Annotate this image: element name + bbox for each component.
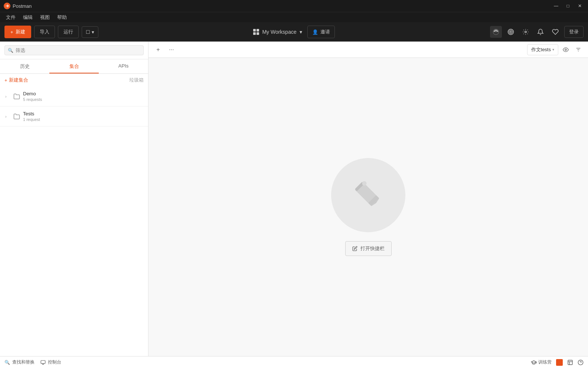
main-content: 🔍 历史 集合 APIs + 新建集合 垃圾箱 › [0, 42, 588, 356]
console-icon [40, 360, 46, 365]
graduation-icon [531, 359, 537, 365]
new-button-plus: + [10, 29, 13, 35]
add-tab-button[interactable]: + [153, 45, 163, 55]
invite-user-icon: 👤 [312, 29, 318, 35]
new-button[interactable]: + 新建 [4, 26, 31, 38]
collection-item-demo[interactable]: › Demo 5 requests [0, 86, 148, 106]
status-bar-right: 训练营 [531, 359, 584, 366]
svg-point-4 [565, 49, 566, 50]
sidebar-actions: + 新建集合 垃圾箱 [0, 74, 148, 86]
train-label: 训练营 [538, 359, 552, 365]
minimize-button[interactable]: — [552, 1, 561, 10]
search-input-wrap[interactable]: 🔍 [4, 45, 144, 55]
toolbar-center: My Workspace ▾ 👤 邀请 [101, 26, 487, 38]
open-shortcuts-label: 打开快捷栏 [360, 245, 385, 252]
eye-button[interactable] [561, 45, 571, 55]
center-empty-state: 打开快捷栏 [148, 58, 588, 356]
sidebar-tabs: 历史 集合 APIs [0, 59, 148, 74]
environment-selector[interactable]: 作文tests ▾ [527, 44, 558, 55]
menu-edit[interactable]: 编辑 [20, 13, 36, 22]
invite-button[interactable]: 👤 邀请 [307, 26, 335, 38]
layout-icon [567, 359, 573, 365]
tab-history[interactable]: 历史 [0, 59, 49, 73]
more-tabs-button[interactable]: ··· [166, 45, 177, 55]
open-shortcuts-button[interactable]: 打开快捷栏 [345, 241, 392, 256]
tab-bar: + ··· 作文tests ▾ [148, 42, 588, 58]
tests-info: Tests 1 request [23, 111, 143, 122]
main-panel: + ··· 作文tests ▾ [148, 42, 588, 356]
toolbar: + 新建 导入 运行 ☐ ▾ My Workspace ▾ 👤 邀请 [0, 22, 588, 42]
svg-rect-16 [568, 360, 572, 365]
workspace-chevron-icon: ▾ [300, 29, 302, 35]
train-item[interactable]: 训练营 [531, 359, 552, 365]
tests-folder-icon [13, 113, 20, 120]
heart-icon-btn[interactable] [549, 26, 561, 38]
import-button[interactable]: 导入 [34, 26, 55, 38]
demo-chevron-icon[interactable]: › [5, 94, 10, 99]
collection-list: › Demo 5 requests › Tests 1 request [0, 86, 148, 356]
login-status-item[interactable] [556, 359, 563, 366]
demo-name: Demo [23, 91, 143, 96]
workspace-grid-icon [253, 29, 259, 35]
shortcuts-edit-icon [352, 246, 357, 251]
svg-point-2 [510, 32, 512, 33]
tab-bar-right: 作文tests ▾ [527, 44, 584, 55]
settings-icon-btn[interactable] [520, 26, 532, 38]
satellite-icon-btn[interactable] [490, 26, 502, 38]
pen-pencil-icon [350, 177, 387, 214]
help-icon [578, 359, 584, 365]
collection-item-tests[interactable]: › Tests 1 request [0, 106, 148, 126]
tab-collections[interactable]: 集合 [49, 59, 99, 73]
menu-help[interactable]: 帮助 [54, 13, 70, 22]
find-replace-label: 查找和替换 [12, 359, 35, 365]
layout-icon-btn[interactable] [567, 359, 573, 365]
tests-count: 1 request [23, 117, 143, 122]
find-replace-btn[interactable]: 🔍 查找和替换 [4, 359, 35, 365]
demo-info: Demo 5 requests [23, 91, 143, 102]
title-bar: Postman — □ ✕ [0, 0, 588, 12]
demo-folder-icon [13, 93, 20, 100]
menu-view[interactable]: 视图 [37, 13, 53, 22]
trash-button[interactable]: 垃圾箱 [129, 77, 144, 83]
demo-count: 5 requests [23, 97, 143, 102]
workspace-selector[interactable]: My Workspace ▾ [253, 26, 302, 38]
workspace-name: My Workspace [262, 29, 296, 35]
new-tab-button[interactable]: ☐ ▾ [82, 26, 98, 38]
help-icon-btn[interactable] [578, 359, 584, 365]
app-name-label: Postman [13, 3, 32, 9]
close-button[interactable]: ✕ [575, 1, 584, 10]
search-icon: 🔍 [8, 48, 13, 53]
login-button[interactable]: 登录 [564, 26, 584, 38]
invite-label: 邀请 [320, 29, 330, 35]
filter-input[interactable] [16, 47, 140, 53]
empty-state: 打开快捷栏 [331, 158, 405, 256]
console-btn[interactable]: 控制台 [40, 359, 61, 365]
new-tab-chevron: ▾ [92, 29, 94, 35]
postman-orange-icon [556, 359, 563, 366]
env-selector-label: 作文tests [531, 46, 551, 53]
window-controls: — □ ✕ [552, 1, 584, 10]
app-logo-area: Postman [4, 3, 552, 9]
new-tab-icon: ☐ [86, 29, 90, 35]
menu-file[interactable]: 文件 [3, 13, 19, 22]
env-chevron-icon: ▾ [552, 47, 554, 52]
maximize-button[interactable]: □ [564, 1, 572, 10]
svg-rect-13 [41, 360, 45, 363]
status-bar: 🔍 查找和替换 控制台 训练营 [0, 356, 588, 368]
new-collection-plus: + [4, 78, 7, 83]
tests-name: Tests [23, 111, 143, 116]
postman-logo-icon [4, 3, 10, 9]
radar-icon-btn[interactable] [505, 26, 517, 38]
menu-bar: 文件 编辑 视图 帮助 [0, 12, 588, 22]
svg-point-3 [525, 31, 527, 33]
bell-icon-btn[interactable] [535, 26, 546, 38]
empty-icon-circle [331, 158, 405, 232]
run-button[interactable]: 运行 [58, 26, 79, 38]
new-collection-label: 新建集合 [9, 77, 28, 83]
new-collection-button[interactable]: + 新建集合 [4, 77, 28, 83]
tests-chevron-icon[interactable]: › [5, 114, 10, 119]
filter-button[interactable] [573, 45, 584, 55]
tab-apis[interactable]: APIs [99, 59, 148, 73]
sidebar-search-area: 🔍 [0, 42, 148, 59]
console-label: 控制台 [48, 359, 61, 365]
